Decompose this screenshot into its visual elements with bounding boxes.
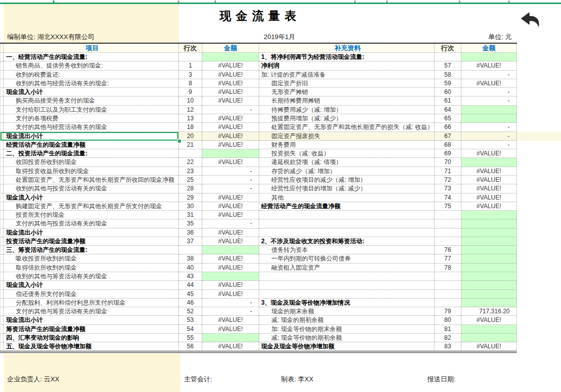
supplement-item-cell[interactable]: 加: 计提的资产减值准备	[259, 71, 434, 79]
supplement-line-number-cell[interactable]: 74	[434, 193, 461, 202]
supplement-line-number-cell[interactable]: 66	[434, 123, 461, 132]
supplement-line-number-cell[interactable]: 70	[434, 158, 461, 167]
amount-cell[interactable]: -	[202, 176, 259, 184]
item-cell[interactable]: 吸收投资所收到的现金	[4, 254, 179, 263]
supplement-amount-cell[interactable]	[461, 254, 517, 263]
supplement-line-number-cell[interactable]	[434, 237, 461, 246]
supplement-amount-cell[interactable]	[461, 158, 517, 167]
line-number-cell[interactable]: 35	[179, 219, 202, 228]
highlighted-row-extension[interactable]	[517, 132, 561, 141]
supplement-line-number-cell[interactable]	[434, 272, 461, 281]
line-number-cell[interactable]: 25	[179, 176, 202, 184]
supplement-line-number-cell[interactable]: 59	[434, 79, 461, 88]
supplement-line-number-cell[interactable]	[434, 53, 461, 61]
supplement-item-cell[interactable]: 一年内到期的可转换公司债券	[259, 254, 434, 263]
item-cell[interactable]: 销售商品、提供劳务收到的现金:	[4, 61, 179, 70]
item-cell[interactable]: 收到的其他与投资活动有关的现金	[4, 184, 179, 193]
amount-cell[interactable]: #VALUE!	[202, 342, 259, 351]
line-number-cell[interactable]: 56	[179, 342, 202, 351]
amount-cell[interactable]: #VALUE!	[202, 71, 259, 79]
row-gutter-cell[interactable]	[0, 290, 4, 299]
supplement-item-cell[interactable]: 固定资产折旧	[259, 79, 434, 88]
item-cell[interactable]: 收到的其他与经营活动有关的现金:	[4, 79, 179, 88]
line-number-cell[interactable]: 46	[179, 299, 202, 307]
supplement-amount-cell[interactable]: -	[461, 141, 517, 149]
row-gutter-cell[interactable]	[0, 114, 4, 123]
item-cell[interactable]: 收到的税费返还:	[4, 71, 179, 79]
line-number-cell[interactable]: 38	[179, 254, 202, 263]
supplement-item-cell[interactable]	[259, 211, 434, 219]
row-gutter-cell[interactable]	[0, 61, 4, 70]
amount-cell[interactable]: -	[202, 167, 259, 176]
line-no2-header-cell[interactable]: 行次	[434, 44, 461, 53]
supplement-item-cell[interactable]: 财务费用	[259, 141, 434, 149]
row-gutter-cell[interactable]	[0, 88, 4, 96]
row-gutter-cell[interactable]	[0, 316, 4, 324]
amount-cell[interactable]: -	[202, 219, 259, 228]
supplement-amount-cell[interactable]: #VALUE!	[461, 176, 517, 184]
supplement-item-cell[interactable]: 递延税款贷项（减: 借项）	[259, 158, 434, 167]
supplement-line-number-cell[interactable]: 72	[434, 176, 461, 184]
row-gutter-cell[interactable]	[0, 123, 4, 132]
line-number-cell[interactable]: 28	[179, 184, 202, 193]
supplement-item-cell[interactable]: 融资租入固定资产	[259, 264, 434, 272]
supplement-amount-cell[interactable]: -	[461, 123, 517, 132]
supplement-line-number-cell[interactable]: 82	[434, 334, 461, 342]
supplement-item-cell[interactable]: 长期待摊费用摊销	[259, 96, 434, 105]
row-gutter-cell[interactable]	[0, 106, 4, 114]
supplement-line-number-cell[interactable]: 60	[434, 88, 461, 96]
line-number-cell[interactable]: 8	[179, 79, 202, 88]
amount-cell[interactable]: #VALUE!	[202, 290, 259, 299]
item-cell[interactable]: 支付的其他与筹资活动有关的现金	[4, 307, 179, 316]
row-gutter-cell[interactable]	[0, 202, 4, 211]
gutter-header-cell[interactable]	[0, 44, 4, 53]
line-number-cell[interactable]	[179, 53, 202, 61]
amount-header-cell[interactable]: 金额	[202, 44, 259, 53]
line-number-cell[interactable]: 12	[179, 106, 202, 114]
item-cell[interactable]: 分配股利、利润和偿付利息所支付的现金	[4, 299, 179, 307]
supplement-line-number-cell[interactable]: 83	[434, 342, 461, 351]
supplement-item-cell[interactable]: 经营性应收项目的减少（减: 增加）	[259, 176, 434, 184]
amount-cell[interactable]: -	[202, 184, 259, 193]
line-number-cell[interactable]: 1	[179, 61, 202, 70]
supplement-line-number-cell[interactable]: 68	[434, 141, 461, 149]
amount-cell[interactable]: #VALUE!	[202, 158, 259, 167]
line-number-cell[interactable]: 52	[179, 307, 202, 316]
amount-cell[interactable]: #VALUE!	[202, 254, 259, 263]
amount-cell[interactable]: #VALUE!	[202, 123, 259, 132]
supplement-amount-cell[interactable]	[461, 219, 517, 228]
supplement-line-number-cell[interactable]	[434, 299, 461, 307]
row-gutter-cell[interactable]	[0, 79, 4, 88]
supplement-line-number-cell[interactable]: 69	[434, 149, 461, 158]
supplement-item-cell[interactable]	[259, 219, 434, 228]
supplement-line-number-cell[interactable]: 75	[434, 202, 461, 211]
supplement-amount-cell[interactable]	[461, 290, 517, 299]
item-cell[interactable]: 三、筹资活动产生的现金流量:	[4, 246, 179, 254]
fill-handle[interactable]	[177, 139, 181, 143]
supplement-amount-cell[interactable]: -	[461, 88, 517, 96]
amount-cell[interactable]: #VALUE!	[202, 264, 259, 272]
amount-cell[interactable]: #VALUE!	[202, 281, 259, 289]
amount-cell[interactable]: #VALUE!	[202, 202, 259, 211]
line-number-cell[interactable]: 9	[179, 88, 202, 96]
amount-cell[interactable]: #VALUE!	[202, 316, 259, 324]
line-no-header-cell[interactable]: 行次	[179, 44, 202, 53]
back-arrow-icon[interactable]	[519, 11, 542, 32]
supplement-line-number-cell[interactable]: 73	[434, 184, 461, 193]
amount-cell[interactable]	[202, 149, 259, 158]
supplement-amount-cell[interactable]: #VALUE!	[461, 193, 517, 202]
item-cell[interactable]: 取得借款所收到的现金	[4, 264, 179, 272]
line-number-cell[interactable]: 54	[179, 325, 202, 334]
item-cell[interactable]: 支付给职工以及为职工支付的现金	[4, 106, 179, 114]
supplement-line-number-cell[interactable]	[434, 290, 461, 299]
supplement-amount-cell[interactable]: #VALUE!	[461, 79, 517, 88]
supplement-item-cell[interactable]: 减: 现金等价物的期初余额	[259, 334, 434, 342]
amount-cell[interactable]: -	[202, 307, 259, 316]
amount-cell[interactable]: #VALUE!	[202, 211, 259, 219]
supplement-item-cell[interactable]: 处置固定资产、无形资产和其他长期资产的损失（减: 收益）	[259, 123, 434, 132]
supplement-amount-cell[interactable]: #VALUE!	[461, 316, 517, 324]
row-gutter-cell[interactable]	[0, 193, 4, 202]
line-number-cell[interactable]: 29	[179, 193, 202, 202]
supplement-amount-cell[interactable]	[461, 237, 517, 246]
supplement-item-cell[interactable]: 3、现金及现金等价物净增加情况	[259, 299, 434, 307]
